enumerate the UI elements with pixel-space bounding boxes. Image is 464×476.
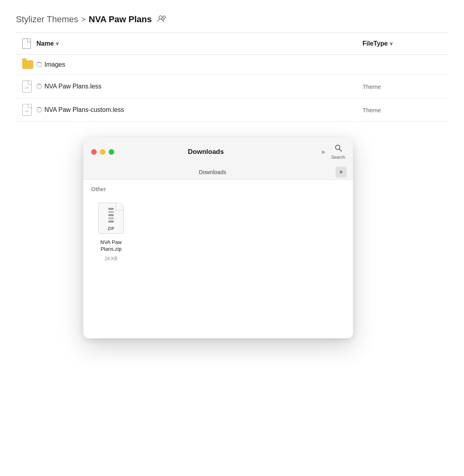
file-list-header: Name ∨ FileType ∨ xyxy=(16,33,448,55)
breadcrumb: Stylizer Themes > NVA Paw Plans xyxy=(0,0,464,33)
finder-content: Other ZIP NVA xyxy=(83,180,353,338)
file-name: NVA Paw Plans.less xyxy=(36,83,362,90)
finder-section-label: Other xyxy=(90,186,347,197)
finder-nav-label: Downloads xyxy=(90,165,336,179)
add-tab-button[interactable]: + xyxy=(336,167,347,178)
file-type: Theme xyxy=(362,83,442,90)
table-row[interactable]: Images xyxy=(16,55,448,75)
file-list: Name ∨ FileType ∨ Images </> NVA Paw Pla… xyxy=(16,33,448,122)
header-doc-icon xyxy=(22,38,36,49)
zip-icon-wrapper: ZIP xyxy=(95,200,127,236)
search-button[interactable]: Search xyxy=(331,144,345,159)
forward-icon[interactable]: » xyxy=(321,148,325,155)
breadcrumb-separator: > xyxy=(81,15,86,24)
loading-spinner xyxy=(36,62,42,67)
finder-window: Downloads » Search Downloads + Other xyxy=(83,138,353,338)
filetype-column-header[interactable]: FileType ∨ xyxy=(362,40,442,47)
filetype-sort-chevron[interactable]: ∨ xyxy=(389,41,393,46)
search-label: Search xyxy=(331,155,345,159)
table-row[interactable]: </> NVA Paw Plans.less Theme xyxy=(16,75,448,98)
svg-point-1 xyxy=(163,16,165,18)
file-name: NVA Paw Plans-custom.less xyxy=(36,106,362,113)
table-row[interactable]: </> NVA Paw Plans-custom.less Theme xyxy=(16,98,448,122)
zip-file-icon: ZIP xyxy=(98,203,124,234)
zip-badge: ZIP xyxy=(99,226,123,231)
name-column-header[interactable]: Name ∨ xyxy=(36,40,362,47)
finder-toolbar-right: » Search xyxy=(321,144,345,159)
finder-title: Downloads xyxy=(94,148,317,156)
finder-item-name: NVA Paw Plans.zip xyxy=(91,239,131,253)
code-file-icon: </> xyxy=(22,104,36,116)
finder-nav: Downloads + xyxy=(83,165,353,180)
share-people-icon[interactable] xyxy=(157,15,166,25)
breadcrumb-current: NVA Paw Plans xyxy=(89,14,152,25)
code-file-icon: </> xyxy=(22,81,36,92)
folder-icon xyxy=(22,60,36,69)
search-icon xyxy=(334,144,342,154)
svg-line-3 xyxy=(339,149,341,151)
finder-item-size: 24 KB xyxy=(105,256,118,261)
file-type: Theme xyxy=(362,107,442,113)
list-item[interactable]: ZIP NVA Paw Plans.zip 24 KB xyxy=(91,200,131,261)
file-name: Images xyxy=(36,61,362,68)
breadcrumb-parent[interactable]: Stylizer Themes xyxy=(16,14,78,25)
svg-point-2 xyxy=(336,145,340,150)
loading-spinner xyxy=(36,84,42,89)
name-sort-chevron[interactable]: ∨ xyxy=(56,41,59,46)
finder-titlebar: Downloads » Search xyxy=(83,138,353,165)
svg-point-0 xyxy=(159,16,162,19)
finder-grid: ZIP NVA Paw Plans.zip 24 KB xyxy=(90,197,347,265)
loading-spinner xyxy=(36,107,42,113)
